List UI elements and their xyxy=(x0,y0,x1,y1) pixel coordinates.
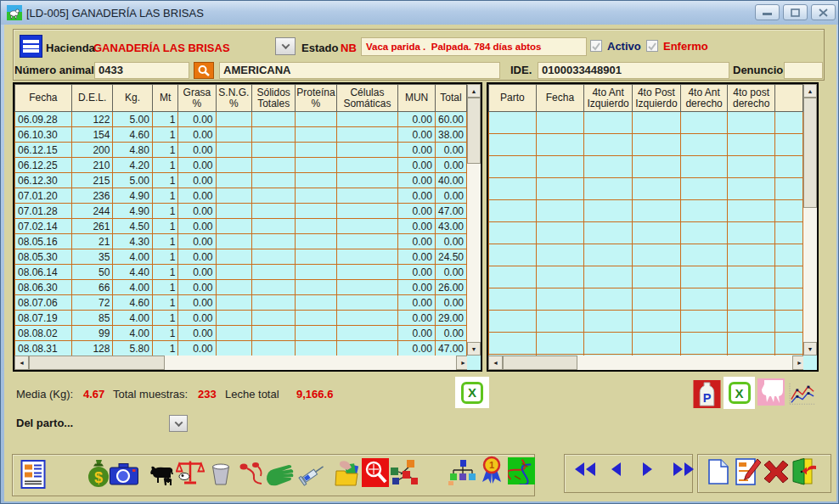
table-cell[interactable]: 200 xyxy=(71,143,113,158)
table-cell[interactable]: 40.00 xyxy=(435,173,466,188)
table-cell[interactable] xyxy=(216,280,252,295)
table-cell[interactable]: 0.00 xyxy=(178,234,216,249)
table-cell[interactable] xyxy=(216,311,252,326)
table-cell[interactable] xyxy=(216,341,252,356)
table-cell[interactable]: 0.00 xyxy=(178,127,216,143)
table-row[interactable]: 07.01.282444.9010.000.0047.00 xyxy=(15,204,467,219)
table-cell[interactable] xyxy=(252,204,296,219)
table-cell[interactable] xyxy=(336,173,398,188)
table-cell[interactable] xyxy=(216,249,252,265)
table-cell[interactable] xyxy=(584,200,633,222)
table-cell[interactable] xyxy=(680,311,728,333)
table-cell[interactable] xyxy=(584,134,633,156)
table-cell[interactable]: 07.02.14 xyxy=(15,219,72,234)
maximize-button[interactable] xyxy=(783,4,808,20)
table-cell[interactable] xyxy=(489,244,537,266)
table-row[interactable] xyxy=(489,311,803,333)
table-cell[interactable]: 0.00 xyxy=(398,311,436,326)
table-row[interactable] xyxy=(489,134,803,156)
excel-export-button[interactable]: X xyxy=(455,377,489,408)
milk-bottle-p-button[interactable]: P xyxy=(693,380,721,408)
table-cell[interactable]: 0.00 xyxy=(178,143,216,158)
table-cell[interactable]: 08.08.02 xyxy=(15,326,72,341)
table-cell[interactable] xyxy=(252,265,296,280)
table-cell[interactable] xyxy=(296,204,336,219)
column-header[interactable]: Células Somáticas xyxy=(336,85,398,112)
dna-button[interactable] xyxy=(508,457,535,484)
table-cell[interactable] xyxy=(336,326,398,341)
table-cell[interactable] xyxy=(216,265,252,280)
table-cell[interactable]: 4.60 xyxy=(113,295,152,311)
table-cell[interactable] xyxy=(216,204,252,219)
table-cell[interactable] xyxy=(296,112,336,127)
table-cell[interactable] xyxy=(336,265,398,280)
table-cell[interactable] xyxy=(252,326,296,341)
table-cell[interactable] xyxy=(728,222,775,244)
vertical-scrollbar[interactable]: ▲ ▼ xyxy=(467,84,481,356)
table-cell[interactable] xyxy=(584,288,633,311)
table-cell[interactable]: 0.00 xyxy=(398,188,436,204)
table-cell[interactable]: 0.00 xyxy=(398,204,436,219)
table-cell[interactable] xyxy=(633,156,681,178)
sperm-button[interactable] xyxy=(236,461,265,486)
table-cell[interactable]: 08.06.14 xyxy=(15,265,72,280)
table-cell[interactable] xyxy=(680,134,728,156)
column-header[interactable]: Fecha xyxy=(536,85,584,112)
table-cell[interactable] xyxy=(252,127,296,143)
table-cell[interactable] xyxy=(336,234,398,249)
table-cell[interactable]: 1 xyxy=(152,173,178,188)
scrollbar-track[interactable] xyxy=(467,98,481,342)
table-cell[interactable] xyxy=(216,326,252,341)
table-row[interactable]: 07.01.202364.9010.000.000.00 xyxy=(15,188,467,204)
table-cell[interactable] xyxy=(216,188,252,204)
table-cell[interactable]: 21 xyxy=(71,234,113,249)
column-header[interactable]: 4to post derecho xyxy=(728,85,775,112)
table-cell[interactable] xyxy=(296,173,336,188)
table-cell[interactable] xyxy=(336,112,398,127)
table-cell[interactable] xyxy=(536,134,584,156)
table-cell[interactable] xyxy=(774,244,802,266)
table-cell[interactable]: 1 xyxy=(152,234,178,249)
table-cell[interactable]: 1 xyxy=(152,311,178,326)
table-cell[interactable] xyxy=(216,234,252,249)
table-cell[interactable]: 4.80 xyxy=(113,143,152,158)
table-cell[interactable]: 0.00 xyxy=(398,326,436,341)
raza-field[interactable]: AMERICANA xyxy=(219,62,500,79)
table-cell[interactable] xyxy=(728,200,775,222)
table-row[interactable]: 08.08.311285.8010.000.0047.00 xyxy=(15,341,467,356)
scrollbar-thumb[interactable] xyxy=(467,98,481,164)
table-cell[interactable] xyxy=(680,178,728,200)
last-record-button[interactable] xyxy=(671,461,696,481)
table-cell[interactable]: 122 xyxy=(71,112,113,127)
excel-export-button-2[interactable]: X xyxy=(724,377,755,409)
table-cell[interactable]: 0.00 xyxy=(178,280,216,295)
table-row[interactable]: 06.10.301544.6010.000.0038.00 xyxy=(15,127,467,143)
table-cell[interactable]: 0.00 xyxy=(398,143,436,158)
scroll-down-button[interactable]: ▼ xyxy=(803,342,817,356)
scrollbar-thumb[interactable] xyxy=(803,98,817,208)
table-row[interactable] xyxy=(489,288,803,311)
table-cell[interactable]: 0.00 xyxy=(178,204,216,219)
column-header[interactable]: Fecha xyxy=(15,85,72,112)
del-parto-dropdown[interactable] xyxy=(169,415,188,432)
table-cell[interactable] xyxy=(774,112,802,134)
table-cell[interactable] xyxy=(728,112,775,134)
table-cell[interactable]: 0.00 xyxy=(178,311,216,326)
report-button[interactable] xyxy=(20,459,46,490)
table-cell[interactable] xyxy=(296,311,336,326)
table-cell[interactable] xyxy=(536,266,584,288)
table-cell[interactable]: 0.00 xyxy=(435,234,466,249)
table-cell[interactable] xyxy=(296,188,336,204)
table-row[interactable]: 08.07.19854.0010.000.0029.00 xyxy=(15,311,467,326)
table-cell[interactable] xyxy=(252,280,296,295)
table-cell[interactable] xyxy=(252,341,296,356)
table-cell[interactable]: 4.60 xyxy=(113,127,152,143)
table-cell[interactable] xyxy=(584,266,633,288)
column-header[interactable]: D.E.L. xyxy=(71,85,113,112)
table-cell[interactable] xyxy=(536,156,584,178)
table-cell[interactable] xyxy=(584,333,633,355)
table-cell[interactable]: 0.00 xyxy=(178,219,216,234)
previous-record-button[interactable] xyxy=(609,461,622,481)
column-header[interactable]: 4to Post Izquierdo xyxy=(633,85,681,112)
table-cell[interactable]: 4.50 xyxy=(113,219,152,234)
